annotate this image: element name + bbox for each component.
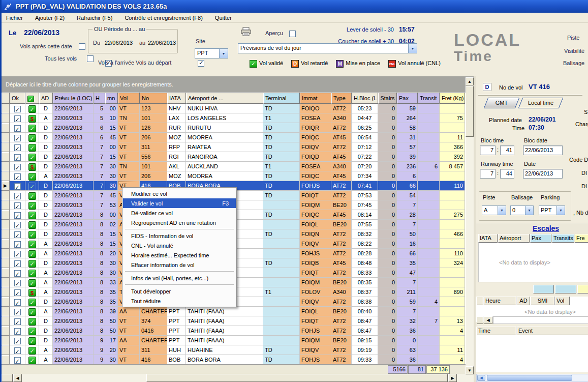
table-row[interactable]: $A22/06/2013835TNT1FOLOVA34008:370211890 [2,287,474,297]
cell-prevu-le[interactable]: 22/06/2013 [53,278,94,287]
column-header-row-indicator[interactable] [2,93,10,104]
cell-pax[interactable]: 7 [397,200,418,210]
cell-ad[interactable]: A [39,355,53,364]
cell-status[interactable]: ✓ [25,191,39,200]
cell-fret[interactable]: 11 [440,133,465,142]
cell-stairs[interactable]: 0 [378,278,397,287]
cell-stairs[interactable]: 0 [378,142,397,152]
cell-ad[interactable]: A [39,171,53,181]
cell-hbloc[interactable]: 09:19 [352,345,378,355]
cell-hbloc[interactable]: 08:38 [352,297,378,307]
site-select[interactable]: PPT ▼ [195,48,228,58]
cell-fret[interactable] [440,171,465,181]
cell-transit[interactable] [418,113,440,123]
cell-airport[interactable]: TAHITI (FAAA) [186,326,263,336]
table-row[interactable]: ✓D22/06/2013715VT556RGIRANGIROATDFOIQDAT… [2,152,474,162]
table-row[interactable]: ✓D22/06/2013802AAFOIQLBE2007:5507 [2,220,474,229]
cell-row-indicator[interactable] [2,249,10,258]
cell-vol[interactable]: VT [118,355,140,364]
cell-immat[interactable]: FOHJS [300,181,331,191]
cell-row-indicator[interactable] [2,278,10,287]
cell-transit[interactable] [418,142,440,152]
cell-status[interactable]: ✓ [25,152,39,162]
table-row[interactable]: ✓D22/06/2013700VT311RFPRAIATEATDFOIQVAT7… [2,142,474,152]
cell-transit[interactable] [418,220,440,229]
cell-fret[interactable] [440,200,465,210]
cell-row-indicator[interactable] [2,142,10,152]
cell-immat[interactable]: FOIQM [300,200,331,210]
cell-status[interactable]: ✓ [25,307,39,316]
row-checkbox[interactable] [14,212,21,219]
cell-ad[interactable]: D [39,181,53,191]
cell-stairs[interactable]: 0 [378,210,397,220]
table-row[interactable]: ▶✓D22/06/2013730VT416BOBBORA BORATDFOHJS… [2,181,474,191]
table-row[interactable]: ✓D22/06/2013850VT0416PPTTAHITI (FAAA)FOH… [2,326,474,336]
cell-iata[interactable]: LAX [167,113,186,123]
row-checkbox[interactable] [14,280,21,286]
cell-fret[interactable]: 392 [440,152,465,162]
cell-type[interactable]: AT72 [331,345,352,355]
cell-ok[interactable] [10,142,25,152]
cell-ok[interactable] [10,249,25,258]
escales-col-Aéroport[interactable]: Aéroport [498,234,530,243]
combo-arrow-icon[interactable]: ▼ [556,206,565,215]
cell-pax[interactable]: 57 [397,142,418,152]
cell-hbloc[interactable]: 07:20 [352,162,378,171]
cell-type[interactable]: AT45 [331,152,352,162]
cell-row-indicator[interactable] [2,210,10,220]
mini-scroll-left-icon[interactable]: ◀ [484,316,492,324]
period-to-value[interactable]: 22/06/2013 [148,40,176,46]
cell-terminal[interactable] [263,326,300,336]
cell-pax[interactable]: 7 [397,220,418,229]
cell-ad[interactable]: A [39,307,53,316]
cell-transit[interactable] [418,326,440,336]
cell-transit[interactable] [418,258,440,268]
titlebar[interactable]: PPT (PAD_VAL) VALIDATION DES VOLS 213.65… [2,0,588,13]
cell-row-indicator[interactable] [2,307,10,316]
cell-ad[interactable]: D [39,258,53,268]
table-row[interactable]: ✓A22/06/2013920VT311HUHHUAHINETDFOIQVAT7… [2,345,474,355]
cell-h[interactable]: 8 [94,258,105,268]
cell-h[interactable]: 8 [94,316,105,326]
cell-prevu-le[interactable]: 22/06/2013 [53,336,94,345]
context-menu-item-modifier-ce-vol[interactable]: Modifier ce vol [123,189,236,198]
cell-hbloc[interactable]: 07:22 [352,152,378,162]
table-row[interactable]: ✓D22/06/2013800VTTDFOIQCAT4508:14028275 [2,210,474,220]
cell-h[interactable]: 7 [94,181,105,191]
cell-fret[interactable]: 890 [440,287,465,297]
cell-prevu-le[interactable]: 22/06/2013 [53,133,94,142]
cell-hbloc[interactable]: 06:54 [352,133,378,142]
cell-hbloc[interactable]: 08:47 [352,326,378,336]
cell-prevu-le[interactable]: 22/06/2013 [53,191,94,200]
cell-no[interactable]: 206 [140,171,167,181]
cell-pax[interactable]: 58 [397,123,418,133]
bloc-minute-field[interactable]: 41 [500,145,514,155]
cell-fret[interactable]: 110 [440,249,465,258]
cell-type[interactable]: BE20 [331,307,352,316]
escales-title[interactable]: Escales [533,224,559,232]
scroll-left-icon[interactable]: ◀ [13,374,22,382]
cell-mn[interactable]: 15 [105,239,118,249]
cell-airport[interactable]: BORA BORA [186,355,263,364]
balisage-select[interactable]: 0▼ [510,205,534,215]
cell-ad[interactable]: D [39,316,53,326]
column-header-prevu-le[interactable]: Prévu le (LOC) [53,93,94,104]
cell-immat[interactable]: FOIQB [300,258,331,268]
cell-transit[interactable]: 4 [418,297,440,307]
cell-no[interactable]: CHARTER [140,307,167,316]
cell-terminal[interactable] [263,336,300,345]
cell-immat[interactable]: FOIQM [300,336,331,345]
table-row[interactable]: $D22/06/2013730TN101AKLAUCKLANDT1FOSEAA3… [2,162,474,171]
cell-status[interactable]: ✓ [25,104,39,113]
cell-h[interactable]: 5 [94,113,105,123]
table-row[interactable]: ✓A22/06/2013830VTFOIQTAT7208:33047 [2,268,474,278]
cell-fret[interactable] [440,123,465,133]
cell-type[interactable]: BE20 [331,336,352,345]
cell-prevu-le[interactable]: 22/06/2013 [53,220,94,229]
blue-scroll-left-icon[interactable]: ◀ [477,375,485,381]
cell-terminal[interactable] [263,307,300,316]
cell-fret[interactable]: 466 [440,229,465,239]
cell-row-indicator[interactable] [2,162,10,171]
table-row[interactable]: ✓D22/06/2013835VT311PPTTAHITI (FAAA)FOIQ… [2,297,474,307]
scroll-up-icon[interactable]: ▲ [466,77,474,85]
